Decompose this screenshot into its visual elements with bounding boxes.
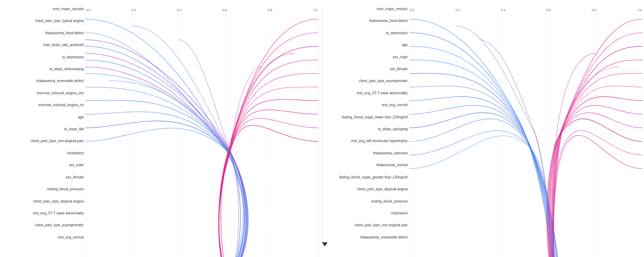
y-axis-label: sex_male <box>69 163 84 167</box>
x-tick-label: 1.0 <box>637 8 642 12</box>
chart2-svg-area <box>410 13 643 257</box>
x-tick-label: 0.4 <box>501 8 506 12</box>
y-axis-label: thalassemia_fixed defect <box>45 31 84 35</box>
y-axis-label: rest_ecg_normal <box>58 235 84 240</box>
chart1-area: 0.00.20.40.60.81.0 <box>85 7 319 240</box>
y-axis-label: st_depression <box>386 31 407 35</box>
x-tick-label: 0.6 <box>223 8 227 12</box>
y-axis-label: age <box>78 115 84 119</box>
y-axis-label: rest_ecg_normal <box>382 103 407 107</box>
x-tick-label: 0.8 <box>592 8 596 12</box>
y-axis-label: chest_pain_type_atypical angina <box>357 187 407 191</box>
y-axis-label: fasting_blood_sugar_greater than 120mg/m… <box>339 175 407 179</box>
y-axis-label: chest_pain_type_atypical angina <box>33 199 84 204</box>
y-axis-label: rest_ecg_ST-T wave abnormality <box>33 211 84 215</box>
mouse-cursor <box>322 242 328 247</box>
y-axis-label: sex_male <box>393 55 408 59</box>
y-axis-label: thalassemia_normal <box>376 163 408 167</box>
y-axis-label: rest_ecg_ST-T wave abnormality <box>357 91 408 95</box>
y-axis-label: cholesterol <box>67 151 84 155</box>
y-axis-label: thalassemia_reversable defect <box>360 235 408 240</box>
y-axis-label: chest_pain_type_non-anginal pain <box>354 223 407 227</box>
y-axis-label: resting_blood_pressure <box>371 199 408 204</box>
x-tick-label: 0.0 <box>410 8 415 12</box>
chart1-x-axis-top: 0.00.20.40.60.81.0 <box>85 8 319 12</box>
y-axis-label: age <box>402 43 408 47</box>
chart2-y-axis: num_major_vesselsthalassemia_fixed defec… <box>326 7 410 240</box>
x-tick-label: 0.2 <box>456 8 460 12</box>
y-axis-label: chest_pain_type_typical angina <box>35 19 84 23</box>
charts-container: num_major_vesselschest_pain_type_typical… <box>0 0 644 257</box>
y-axis-label: st_depression <box>62 55 84 59</box>
y-axis-label: thalassemia_reversable defect <box>36 79 84 83</box>
y-axis-label: exercise_induced_angina_no <box>38 103 84 107</box>
chart1-wrapper: num_major_vesselschest_pain_type_typical… <box>0 3 320 254</box>
x-tick-label: 0.0 <box>86 8 91 12</box>
y-axis-label: thalassemia_fixed defect <box>369 19 407 23</box>
y-axis-label: thalassemia_unknown <box>373 151 408 155</box>
y-axis-label: fasting_blood_sugar_lower than 120mg/ml <box>342 115 407 119</box>
chart2-area: 0.00.20.40.60.81.0 <box>410 7 643 240</box>
y-axis-label: exercise_induced_angina_yes <box>37 91 84 95</box>
y-axis-label: st_slope_downsloping <box>50 67 84 71</box>
x-tick-label: 1.0 <box>313 8 318 12</box>
chart2-x-axis-top: 0.00.20.40.60.81.0 <box>410 8 643 12</box>
y-axis-label: st_slope_flat <box>64 127 84 131</box>
chart-divider <box>322 7 322 250</box>
y-axis-label: st_slope_upsloping <box>378 127 408 131</box>
chart2-wrapper: num_major_vesselsthalassemia_fixed defec… <box>324 3 644 254</box>
chart1-y-axis: num_major_vesselschest_pain_type_typical… <box>2 7 85 240</box>
y-axis-label: sex_female <box>66 175 84 179</box>
y-axis-label: cholesterol <box>391 211 407 215</box>
y-axis-label: sex_female <box>390 67 407 71</box>
y-axis-label: chest_pain_type_asymptomatic <box>359 79 407 83</box>
y-axis-label: num_major_vessels <box>53 7 84 11</box>
y-axis-label: chest_pain_type_asymptomatic <box>35 223 84 227</box>
x-tick-label: 0.2 <box>132 8 136 12</box>
x-tick-label: 0.8 <box>268 8 272 12</box>
y-axis-label: resting_blood_pressure <box>47 187 84 191</box>
x-tick-label: 0.4 <box>177 8 181 12</box>
y-axis-label: chest_pain_type_non-anginal pain <box>31 139 84 143</box>
chart1-svg-area <box>85 13 319 257</box>
y-axis-label: rest_ecg_left ventricular hypertrophy <box>351 139 408 143</box>
x-tick-label: 0.6 <box>546 8 551 12</box>
y-axis-label: max_heart_rate_achieved <box>43 43 84 47</box>
y-axis-label: num_major_vessels <box>377 7 408 11</box>
